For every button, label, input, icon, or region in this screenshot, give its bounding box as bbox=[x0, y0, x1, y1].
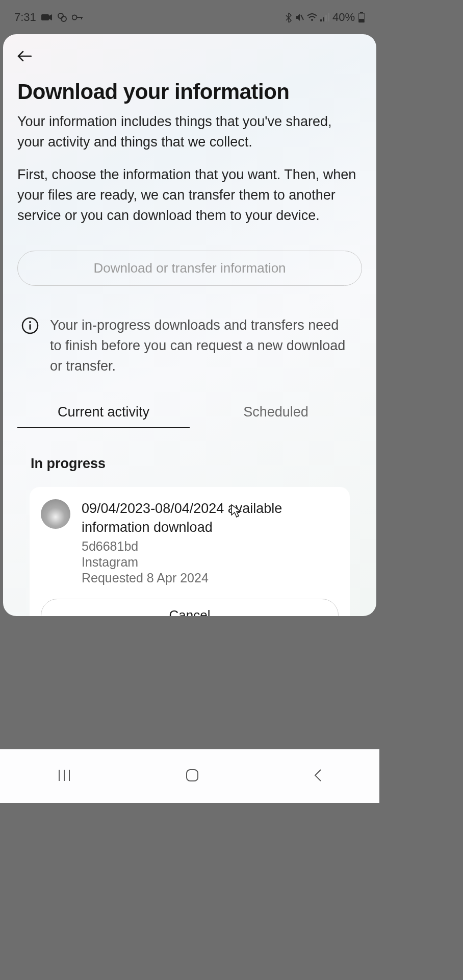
svg-point-16 bbox=[29, 321, 31, 323]
svg-rect-9 bbox=[323, 17, 324, 21]
svg-point-7 bbox=[311, 19, 313, 21]
svg-rect-5 bbox=[81, 17, 82, 19]
notice-text: Your in-progress downloads and transfers… bbox=[50, 315, 352, 377]
battery-percentage: 40% bbox=[332, 11, 355, 24]
description-1: Your information includes things that yo… bbox=[17, 112, 362, 153]
svg-line-6 bbox=[301, 15, 303, 20]
mute-icon bbox=[295, 13, 304, 22]
page-title: Download your information bbox=[17, 80, 362, 104]
camera-icon bbox=[41, 13, 53, 21]
info-icon bbox=[21, 317, 39, 334]
download-transfer-button[interactable]: Download or transfer information bbox=[17, 251, 362, 286]
svg-point-1 bbox=[58, 13, 63, 18]
cancel-button[interactable]: Cancel bbox=[41, 599, 339, 616]
download-title: 09/04/2023-08/04/2024 available informat… bbox=[82, 499, 339, 537]
svg-point-2 bbox=[61, 16, 66, 21]
status-bar: 7:31 40% bbox=[0, 0, 379, 34]
svg-rect-10 bbox=[325, 15, 327, 21]
svg-rect-21 bbox=[187, 770, 198, 781]
download-id: 5d6681bd bbox=[82, 539, 339, 554]
info-notice: Your in-progress downloads and transfers… bbox=[17, 315, 362, 377]
svg-rect-8 bbox=[320, 19, 322, 21]
bluetooth-icon bbox=[286, 12, 292, 22]
battery-icon bbox=[358, 12, 365, 23]
app-icon bbox=[58, 13, 67, 22]
download-requested: Requested 8 Apr 2024 bbox=[82, 571, 339, 585]
svg-rect-11 bbox=[328, 13, 329, 21]
in-progress-heading: In progress bbox=[31, 456, 362, 472]
back-button[interactable] bbox=[17, 51, 32, 62]
description-2: First, choose the information that you w… bbox=[17, 165, 362, 226]
key-icon bbox=[72, 14, 83, 20]
nav-bar bbox=[0, 749, 379, 803]
signal-icon bbox=[320, 13, 329, 21]
tabs: Current activity Scheduled bbox=[17, 404, 362, 428]
status-time: 7:31 bbox=[14, 11, 36, 24]
svg-rect-13 bbox=[360, 12, 363, 13]
avatar bbox=[41, 499, 70, 529]
tab-current-activity[interactable]: Current activity bbox=[17, 404, 190, 428]
svg-rect-0 bbox=[41, 14, 49, 20]
nav-home[interactable] bbox=[185, 768, 199, 785]
tab-scheduled[interactable]: Scheduled bbox=[190, 404, 362, 428]
download-platform: Instagram bbox=[82, 555, 339, 570]
download-info-modal: Download your information Your informati… bbox=[3, 34, 376, 616]
nav-back[interactable] bbox=[313, 768, 322, 785]
wifi-icon bbox=[307, 13, 317, 21]
svg-rect-14 bbox=[359, 19, 364, 22]
download-card: 09/04/2023-08/04/2024 available informat… bbox=[30, 487, 350, 616]
svg-rect-17 bbox=[30, 324, 31, 330]
svg-point-3 bbox=[72, 15, 76, 19]
nav-recents[interactable] bbox=[57, 769, 71, 784]
